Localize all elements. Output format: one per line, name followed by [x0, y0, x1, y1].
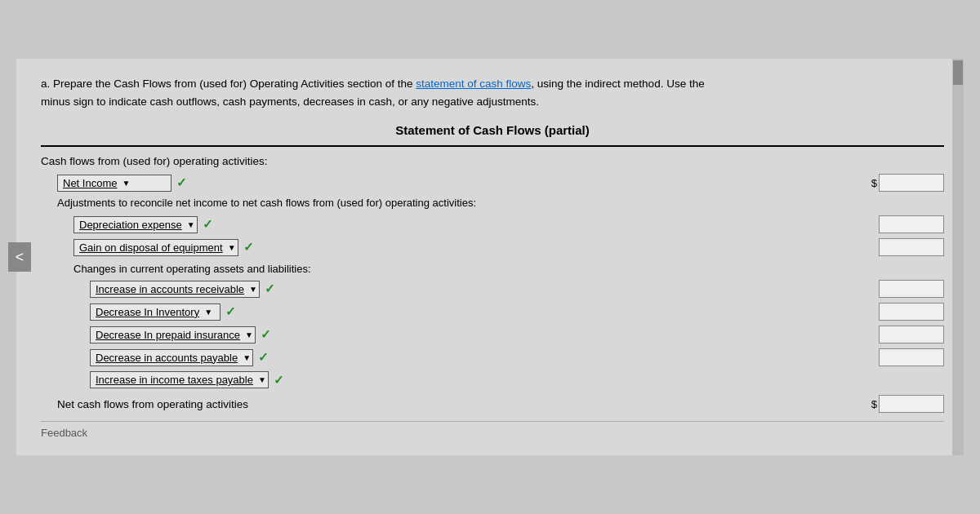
scrollbar-thumb — [953, 60, 963, 85]
increase-tax-row: Increase in income taxes payable ▼ ✓ — [41, 371, 944, 388]
decrease-inv-row: Decrease In Inventory ▼ ✓ — [41, 303, 944, 321]
depreciation-arrow-icon: ▼ — [187, 220, 195, 229]
net-cash-dollar: $ — [871, 398, 877, 410]
net-cash-input[interactable] — [879, 395, 944, 413]
increase-ar-dropdown[interactable]: Increase in accounts receivable ▼ — [90, 281, 260, 298]
net-cash-label: Net cash flows from operating activities — [57, 398, 248, 410]
decrease-prepaid-input[interactable] — [879, 326, 944, 343]
decrease-prepaid-checkmark: ✓ — [261, 327, 271, 342]
increase-ar-row: Increase in accounts receivable ▼ ✓ — [41, 280, 944, 298]
decrease-inv-label: Decrease In Inventory — [92, 305, 203, 319]
decrease-inv-arrow-icon: ▼ — [204, 308, 212, 317]
gain-disposal-checkmark: ✓ — [243, 240, 254, 255]
feedback-label: Feedback — [41, 421, 944, 439]
increase-tax-label: Increase in income taxes payable — [92, 373, 256, 387]
increase-ar-checkmark: ✓ — [265, 281, 275, 296]
decrease-prepaid-dropdown[interactable]: Decrease In prepaid insurance ▼ — [90, 326, 256, 343]
decrease-ap-row: Decrease in accounts payable ▼ ✓ — [41, 348, 944, 366]
net-income-dropdown[interactable]: Net Income ▼ — [57, 175, 172, 192]
net-cash-row: Net cash flows from operating activities… — [41, 395, 944, 413]
net-income-label: Net Income — [60, 176, 120, 190]
increase-tax-arrow-icon: ▼ — [258, 375, 266, 384]
net-income-arrow-icon: ▼ — [122, 179, 130, 188]
scrollbar[interactable] — [952, 59, 964, 455]
decrease-inv-input[interactable] — [879, 303, 944, 321]
increase-ar-arrow-icon: ▼ — [249, 285, 257, 294]
decrease-inv-dropdown[interactable]: Decrease In Inventory ▼ — [90, 304, 220, 321]
net-income-input[interactable] — [879, 174, 944, 192]
decrease-ap-checkmark: ✓ — [258, 350, 269, 365]
decrease-ap-label: Decrease in accounts payable — [92, 351, 241, 365]
increase-tax-dropdown[interactable]: Increase in income taxes payable ▼ — [90, 371, 269, 388]
depreciation-input[interactable] — [879, 215, 944, 233]
gain-disposal-row: Gain on disposal of equipment ▼ ✓ — [41, 238, 944, 256]
cash-flows-link[interactable]: statement of cash flows — [416, 78, 531, 90]
decrease-prepaid-label: Decrease In prepaid insurance — [92, 328, 243, 342]
net-income-row: Net Income ▼ ✓ $ — [41, 174, 944, 192]
decrease-prepaid-row: Decrease In prepaid insurance ▼ ✓ — [41, 326, 944, 343]
section-label: Cash flows from (used for) operating act… — [41, 155, 944, 167]
depreciation-dropdown[interactable]: Depreciation expense ▼ — [74, 216, 198, 233]
changes-label: Changes in current operating assets and … — [41, 263, 944, 275]
decrease-ap-arrow-icon: ▼ — [243, 353, 251, 362]
depreciation-label: Depreciation expense — [76, 218, 185, 232]
decrease-inv-checkmark: ✓ — [225, 304, 236, 319]
chevron-left-icon: < — [16, 249, 24, 266]
back-arrow-button[interactable]: < — [8, 242, 31, 272]
decrease-ap-input[interactable] — [879, 348, 944, 366]
increase-ar-input[interactable] — [879, 280, 944, 298]
net-income-checkmark: ✓ — [176, 175, 187, 190]
intro-text: a. Prepare the Cash Flows from (used for… — [41, 75, 944, 110]
adjustments-label: Adjustments to reconcile net income to n… — [41, 197, 944, 209]
increase-ar-label: Increase in accounts receivable — [92, 282, 247, 296]
decrease-prepaid-arrow-icon: ▼ — [245, 330, 253, 339]
title-divider — [41, 145, 944, 147]
net-income-dollar: $ — [871, 177, 877, 189]
depreciation-row: Depreciation expense ▼ ✓ — [41, 215, 944, 233]
increase-tax-checkmark: ✓ — [274, 373, 284, 388]
gain-disposal-dropdown[interactable]: Gain on disposal of equipment ▼ — [74, 239, 238, 256]
gain-disposal-input[interactable] — [879, 238, 944, 256]
decrease-ap-dropdown[interactable]: Decrease in accounts payable ▼ — [90, 349, 253, 366]
gain-disposal-label: Gain on disposal of equipment — [76, 241, 226, 255]
statement-title: Statement of Cash Flows (partial) — [41, 123, 944, 137]
depreciation-checkmark: ✓ — [203, 217, 213, 232]
gain-disposal-arrow-icon: ▼ — [228, 243, 236, 252]
